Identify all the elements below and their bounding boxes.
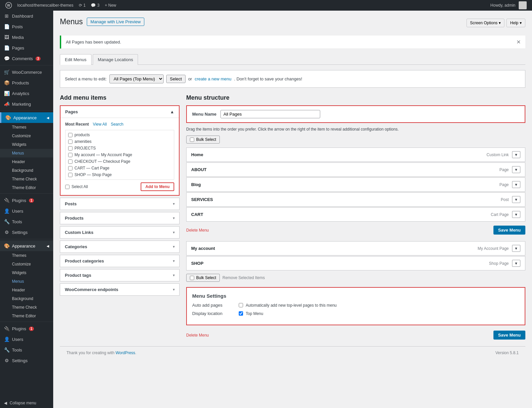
- submenu-theme-check[interactable]: Theme Check: [0, 175, 53, 183]
- categories-accordion-header[interactable]: Categories ▾: [60, 241, 179, 253]
- submenu-themes2[interactable]: Themes: [0, 251, 53, 260]
- submenu-header[interactable]: Header: [0, 157, 53, 166]
- comments-item[interactable]: 💬 3: [88, 0, 102, 11]
- help-button[interactable]: Help ▾: [506, 19, 525, 27]
- save-menu-button-top[interactable]: Save Menu: [493, 226, 525, 235]
- notice-close-button[interactable]: ✕: [516, 39, 521, 45]
- sidebar-item-products[interactable]: 📦 Products: [0, 77, 53, 88]
- page-checkbox-projects[interactable]: [68, 146, 72, 151]
- sidebar-item-tools2[interactable]: 🔧 Tools: [0, 345, 53, 355]
- page-item-amenities[interactable]: amenities: [67, 138, 173, 145]
- submenu-menus[interactable]: Menus: [0, 149, 53, 157]
- menu-item-shop-arrow[interactable]: ▾: [512, 260, 520, 267]
- submenu-customize2[interactable]: Customize: [0, 260, 53, 268]
- live-preview-button[interactable]: Manage with Live Preview: [87, 18, 144, 26]
- woocommerce-endpoints-accordion-header[interactable]: WooCommerce endpoints ▾: [60, 284, 179, 295]
- sidebar-item-media[interactable]: 🖼 Media: [0, 32, 53, 43]
- pages-accordion-header[interactable]: Pages ▲: [61, 106, 179, 118]
- bulk-select-button-top[interactable]: Bulk Select: [186, 136, 220, 144]
- bulk-select-checkbox-bottom[interactable]: [190, 276, 194, 280]
- screen-options-button[interactable]: Screen Options ▾: [466, 19, 505, 27]
- page-checkbox-cart[interactable]: [68, 166, 72, 170]
- menu-item-myaccount[interactable]: My account My Account Page ▾: [186, 241, 525, 255]
- sidebar-item-dashboard[interactable]: ⊞ Dashboard: [0, 11, 53, 21]
- updates-item[interactable]: ⟳ 1: [76, 0, 88, 11]
- menu-item-shop[interactable]: SHOP Shop Page ▾: [186, 256, 525, 270]
- select-menu-button[interactable]: Select: [166, 75, 186, 83]
- create-new-menu-link[interactable]: create a new menu: [195, 76, 231, 81]
- sidebar-item-tools[interactable]: 🔧 Tools: [0, 216, 53, 227]
- save-menu-button-bottom[interactable]: Save Menu: [493, 331, 525, 340]
- new-item[interactable]: + New: [102, 0, 119, 11]
- site-name-item[interactable]: localhost/themescaliber-themes: [15, 0, 76, 11]
- page-item-products[interactable]: products: [67, 132, 173, 138]
- product-categories-accordion-header[interactable]: Product categories ▾: [60, 255, 179, 267]
- menu-item-cart[interactable]: CART Cart Page ▾: [186, 207, 525, 222]
- submenu-widgets[interactable]: Widgets: [0, 140, 53, 149]
- submenu-theme-editor[interactable]: Theme Editor: [0, 183, 53, 192]
- page-checkbox-products[interactable]: [68, 133, 72, 137]
- top-menu-checkbox[interactable]: [239, 311, 243, 316]
- howdy-item[interactable]: Howdy, admin: [488, 0, 529, 11]
- submenu-customize[interactable]: Customize: [0, 132, 53, 140]
- posts-accordion-header[interactable]: Posts ▾: [60, 198, 179, 210]
- sidebar-item-appearance2[interactable]: 🎨 Appearance ◀: [0, 241, 53, 251]
- sidebar-item-pages[interactable]: 📄 Pages: [0, 43, 53, 53]
- wordpress-link[interactable]: WordPress: [115, 351, 135, 355]
- sidebar-item-appearance[interactable]: 🎨 Appearance ◀: [0, 112, 53, 123]
- sidebar-item-plugins2[interactable]: 🔌 Plugins 1: [0, 323, 53, 334]
- menu-item-services-arrow[interactable]: ▾: [512, 196, 520, 203]
- page-item-projects[interactable]: PROJECTS: [67, 145, 173, 152]
- sidebar-item-woocommerce[interactable]: 🛒 WooCommerce: [0, 67, 53, 77]
- page-item-cart[interactable]: CART — Cart Page: [67, 165, 173, 171]
- page-checkbox-amenities[interactable]: [68, 140, 72, 144]
- sidebar-item-posts[interactable]: 📄 Posts: [0, 21, 53, 32]
- sidebar-item-plugins[interactable]: 🔌 Plugins 1: [0, 195, 53, 206]
- menu-item-home-arrow[interactable]: ▾: [512, 151, 520, 158]
- pages-tab-search[interactable]: Search: [111, 122, 123, 127]
- menu-item-home[interactable]: Home Custom Link ▾: [186, 148, 525, 162]
- page-checkbox-shop[interactable]: [68, 173, 72, 177]
- menu-item-about-arrow[interactable]: ▾: [512, 166, 520, 173]
- delete-menu-link-bottom[interactable]: Delete Menu: [186, 333, 209, 338]
- menu-item-blog[interactable]: Blog Page ▾: [186, 177, 525, 192]
- sidebar-item-users[interactable]: 👤 Users: [0, 206, 53, 216]
- page-item-checkout[interactable]: CHECKOUT — Checkout Page: [67, 158, 173, 165]
- sidebar-item-users2[interactable]: 👤 Users: [0, 334, 53, 345]
- pages-tab-most-recent[interactable]: Most Recent: [65, 122, 89, 127]
- page-item-myaccount[interactable]: My account — My Account Page: [67, 152, 173, 158]
- submenu-themes[interactable]: Themes: [0, 123, 53, 132]
- delete-menu-link-top[interactable]: Delete Menu: [186, 228, 209, 233]
- bulk-select-checkbox-top[interactable]: [190, 138, 194, 142]
- select-all-label[interactable]: Select All: [65, 184, 88, 189]
- remove-selected-button[interactable]: Remove Selected Items: [222, 275, 265, 280]
- menu-item-cart-arrow[interactable]: ▾: [512, 211, 520, 218]
- menu-item-about[interactable]: ABOUT Page ▾: [186, 162, 525, 177]
- page-checkbox-myaccount[interactable]: [68, 153, 72, 157]
- menu-item-blog-arrow[interactable]: ▾: [512, 181, 520, 188]
- collapse-menu-btn[interactable]: ◀ Collapse menu: [0, 398, 53, 408]
- submenu-widgets2[interactable]: Widgets: [0, 268, 53, 277]
- add-to-menu-button[interactable]: Add to Menu: [141, 182, 174, 191]
- auto-add-pages-checkbox[interactable]: [239, 303, 243, 307]
- product-tags-accordion-header[interactable]: Product tags ▾: [60, 269, 179, 281]
- sidebar-item-analytics[interactable]: 📊 Analytics: [0, 88, 53, 99]
- menu-item-services[interactable]: SERVICES Post ▾: [186, 192, 525, 207]
- products-accordion-header[interactable]: Products ▾: [60, 212, 179, 224]
- page-item-shop[interactable]: SHOP — Shop Page: [67, 171, 173, 178]
- select-all-checkbox[interactable]: [65, 185, 69, 189]
- page-checkbox-checkout[interactable]: [68, 159, 72, 164]
- submenu-menus2[interactable]: Menus: [0, 277, 53, 286]
- sidebar-item-settings2[interactable]: ⚙ Settings: [0, 355, 53, 366]
- submenu-theme-check2[interactable]: Theme Check: [0, 303, 53, 312]
- pages-tab-view-all[interactable]: View All: [93, 122, 107, 127]
- menu-select-dropdown[interactable]: All Pages (Top Menu): [109, 74, 164, 83]
- tab-edit-menus[interactable]: Edit Menus: [60, 54, 91, 65]
- sidebar-item-marketing[interactable]: 📣 Marketing: [0, 99, 53, 109]
- submenu-background[interactable]: Background: [0, 166, 53, 175]
- submenu-theme-editor2[interactable]: Theme Editor: [0, 312, 53, 320]
- sidebar-item-settings[interactable]: ⚙ Settings: [0, 227, 53, 238]
- custom-links-accordion-header[interactable]: Custom Links ▾: [60, 227, 179, 238]
- wp-logo-item[interactable]: W: [3, 0, 15, 11]
- bulk-select-button-bottom[interactable]: Bulk Select: [186, 274, 220, 282]
